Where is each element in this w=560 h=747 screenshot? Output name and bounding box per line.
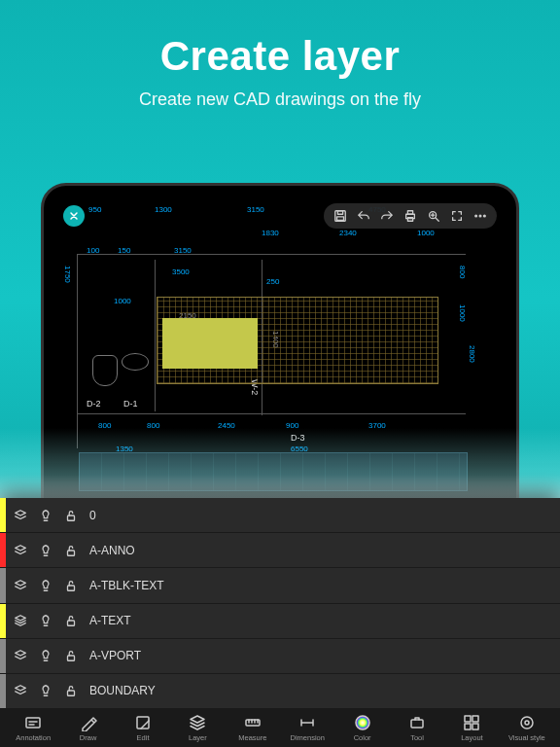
bulb-icon[interactable] — [33, 649, 58, 662]
tab-label: Color — [354, 733, 371, 742]
lock-open-icon[interactable] — [58, 684, 84, 697]
layers-icon[interactable] — [8, 544, 33, 557]
svg-rect-14 — [68, 656, 75, 660]
layer-color-chip — [0, 568, 6, 602]
save-icon[interactable] — [333, 209, 347, 223]
dim-label: 1830 — [262, 229, 279, 237]
close-button[interactable] — [63, 205, 85, 227]
dim-label: 250 — [266, 277, 279, 286]
tab-visual-style[interactable]: Visual style — [500, 714, 554, 742]
dim-label: 1000 — [458, 304, 467, 322]
dim-label: 2340 — [339, 229, 357, 237]
layer-color-chip — [0, 498, 6, 532]
lock-open-icon[interactable] — [58, 649, 84, 662]
svg-rect-10 — [68, 516, 75, 520]
svg-rect-2 — [337, 217, 344, 221]
layer-name: 0 — [89, 509, 96, 522]
svg-rect-24 — [472, 724, 478, 729]
tab-measure[interactable]: Measure — [226, 714, 280, 742]
tab-dimension[interactable]: Dimension — [280, 714, 334, 742]
tab-color[interactable]: Color — [334, 714, 389, 742]
dim-label: 1750 — [63, 266, 72, 283]
lock-open-icon[interactable] — [58, 544, 84, 557]
layer-color-chip — [0, 604, 6, 638]
dim-label: 1000 — [417, 229, 435, 237]
tab-label: Tool — [410, 733, 424, 742]
highlight-block — [162, 318, 258, 369]
layer-row[interactable]: 0 — [0, 498, 560, 533]
tab-label: Edit — [137, 733, 150, 742]
bulb-icon[interactable] — [33, 509, 58, 522]
svg-rect-12 — [68, 586, 75, 590]
dim-label: 3150 — [247, 205, 264, 214]
dim-label: 800 — [458, 266, 467, 278]
layer-color-chip — [0, 533, 6, 567]
redo-icon[interactable] — [380, 209, 394, 223]
svg-point-9 — [484, 215, 486, 217]
layer-row[interactable]: A-VPORT — [0, 639, 560, 674]
hero-subtitle: Create new CAD drawings on the fly — [0, 89, 560, 110]
door-tag: D-1 — [123, 399, 138, 409]
tab-annotation[interactable]: Annotation — [6, 714, 60, 742]
svg-point-7 — [475, 215, 477, 217]
bottom-tab-bar: Annotation Draw Edit Layer Measure Dimen… — [0, 708, 560, 747]
tab-label: Dimension — [291, 733, 325, 742]
layer-color-chip — [0, 674, 6, 708]
layers-icon[interactable] — [8, 649, 33, 662]
svg-rect-5 — [407, 218, 412, 222]
layers-active-icon[interactable] — [8, 614, 33, 627]
dim-label: 950 — [88, 205, 101, 214]
layer-row[interactable]: A-TEXT — [0, 604, 560, 639]
lock-open-icon[interactable] — [58, 614, 84, 627]
layer-name: A-ANNO — [89, 544, 135, 557]
lock-open-icon[interactable] — [58, 509, 84, 522]
lock-open-icon[interactable] — [58, 579, 84, 592]
tab-layer[interactable]: Layer — [170, 714, 225, 742]
tab-tool[interactable]: Tool — [390, 714, 444, 742]
fullscreen-icon[interactable] — [450, 209, 464, 223]
svg-point-26 — [525, 721, 529, 725]
print-icon[interactable] — [403, 209, 417, 223]
bulb-icon[interactable] — [33, 579, 58, 592]
tab-label: Draw — [80, 733, 97, 742]
tab-edit[interactable]: Edit — [116, 714, 170, 742]
bulb-icon[interactable] — [33, 614, 58, 627]
layers-icon[interactable] — [8, 684, 33, 697]
layers-icon[interactable] — [8, 509, 33, 522]
svg-rect-11 — [68, 551, 75, 555]
bulb-icon[interactable] — [33, 684, 58, 697]
layer-name: A-VPORT — [89, 649, 141, 662]
zoom-icon[interactable] — [427, 209, 440, 223]
svg-rect-4 — [407, 211, 412, 215]
layer-row[interactable]: BOUNDARY — [0, 674, 560, 708]
layer-row[interactable]: A-ANNO — [0, 533, 560, 568]
layer-name: A-TBLK-TEXT — [89, 579, 164, 592]
svg-rect-13 — [68, 621, 75, 625]
dim-label: 2450 — [218, 421, 235, 430]
hero-title: Create layer — [0, 33, 560, 80]
bulb-icon[interactable] — [33, 544, 58, 557]
layer-name: A-TEXT — [89, 614, 131, 627]
tab-draw[interactable]: Draw — [60, 714, 115, 742]
svg-point-25 — [521, 717, 533, 729]
door-tag: D-2 — [87, 399, 101, 409]
layers-icon[interactable] — [8, 579, 33, 592]
svg-rect-23 — [465, 724, 471, 729]
dim-label: 1300 — [155, 205, 172, 214]
dim-label: 3500 — [172, 267, 190, 276]
tab-label: Layout — [461, 733, 483, 742]
hero: Create layer Create new CAD drawings on … — [0, 0, 560, 110]
layer-row[interactable]: A-TBLK-TEXT — [0, 568, 560, 603]
dim-label: 800 — [98, 421, 111, 430]
more-icon[interactable] — [473, 209, 487, 223]
dim-label: 900 — [286, 421, 298, 430]
layer-panel: 0 A-ANNO A-TBLK-TEXT A-TEXT A-VPORT BOUN… — [0, 498, 560, 708]
svg-rect-22 — [472, 716, 478, 722]
dim-label: 3700 — [368, 421, 386, 430]
svg-rect-1 — [337, 211, 342, 215]
top-toolbar — [324, 203, 497, 229]
layer-color-chip — [0, 639, 6, 673]
tab-layout[interactable]: Layout — [444, 714, 499, 742]
dim-label: 2800 — [468, 345, 476, 363]
undo-icon[interactable] — [357, 209, 370, 223]
